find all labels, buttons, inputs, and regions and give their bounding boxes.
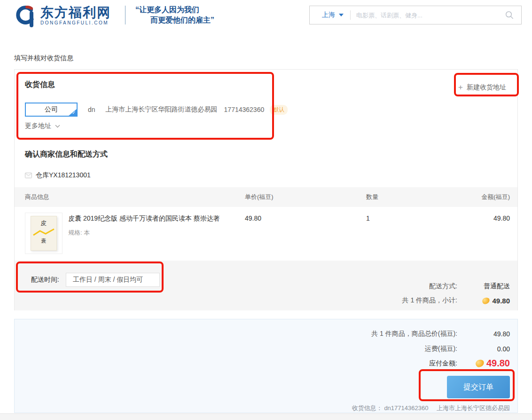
col-unit-price: 单价(福豆) [245,193,366,201]
total-row: 共 1 件商品，商品总价(福豆): 49.80 [371,330,510,338]
slogan: “让更多人因为我们 而更爱他们的雇主” [135,5,214,25]
logo-text: 东方福利网 DONGFANGFULI.COM [40,6,111,25]
new-address-button[interactable]: + 新建收货地址 [458,83,506,92]
default-badge: 默认 [270,105,288,115]
header-divider [125,6,125,24]
logo-cn: 东方福利网 [40,6,111,20]
merchant-section-title: 确认商家信息和配送方式 [25,150,108,159]
subtotal-row: 共 1 件商品，小计: 49.80 [402,296,510,305]
search-input[interactable] [356,12,501,19]
city-name: 上海 [322,11,335,19]
logo-domain: DONGFANGFULI.COM [40,20,111,25]
checkout-page: 东方福利网 DONGFANGFULI.COM “让更多人因为我们 而更爱他们的雇… [0,0,532,420]
summary-card: 共 1 件商品，商品总价(福豆): 49.80 运费(福豆): 0.00 应付金… [14,319,518,413]
warehouse-row: 仓库YX181213001 [25,171,91,180]
submit-order-button[interactable]: 提交订单 [447,376,510,398]
subtotal-value-wrap: 49.80 [457,297,510,305]
delivery-time-row: 配送时间: 工作日 / 周末 / 假日均可 [31,273,160,287]
slogan-line1: “让更多人因为我们 [135,5,214,15]
recipient-phone: 17714362360 [224,106,265,113]
footer-address: 上海市上海长宁区德必易园 [437,404,510,412]
logo-mark-icon [13,4,37,27]
city-selector[interactable]: 上海 [310,11,350,19]
address-row: 公司 dn 上海市上海长宁区华阳路街道德必易园 17714362360 默认 [25,103,288,117]
product-cell: 皮 囊 皮囊 2019纪念版 感动千万读者的国民读本 蔡崇达著 规格: 本 [25,213,245,254]
payable-value-wrap: 49.80 [457,358,510,369]
delivery-method-row: 配送方式: 普通配送 [429,282,510,291]
new-address-label: 新建收货地址 [467,83,506,92]
warehouse-name: 仓库YX181213001 [36,171,91,180]
col-quantity: 数量 [366,193,454,201]
page-title: 填写并核对收货信息 [14,54,73,63]
slogan-line2: 而更爱他们的雇主” [135,15,214,25]
search-icon[interactable] [505,11,514,19]
total-value: 49.80 [457,330,510,338]
caret-down-icon [339,14,344,16]
site-header: 东方福利网 DONGFANGFULI.COM “让更多人因为我们 而更爱他们的雇… [0,0,532,31]
payable-value: 49.80 [486,358,510,369]
footer-name-phone: dn17714362360 [384,404,428,412]
delivery-time-select[interactable]: 工作日 / 周末 / 假日均可 [66,273,160,287]
product-thumbnail[interactable]: 皮 囊 [25,213,63,254]
address-tag-company[interactable]: 公司 [25,103,78,117]
product-row: 皮 囊 皮囊 2019纪念版 感动千万读者的国民读本 蔡崇达著 规格: 本 49… [15,207,517,254]
delivery-method-value: 普通配送 [457,282,510,291]
address-text: 上海市上海长宁区华阳路街道德必易园 [106,105,218,114]
delivery-method-label: 配送方式: [429,282,457,291]
product-spec: 规格: 本 [68,229,220,237]
delivery-section: 配送时间: 工作日 / 周末 / 假日均可 配送方式: 普通配送 共 1 件商品… [15,261,517,310]
book-cover-ribbon [32,228,55,237]
book-cover: 皮 囊 [31,216,57,251]
payable-row: 应付金额: 49.80 [429,358,510,369]
recipient-name: dn [88,106,95,113]
bean-icon [482,296,491,304]
book-cover-char-bottom: 囊 [41,238,47,244]
more-address-toggle[interactable]: 更多地址 [25,122,60,130]
col-product-info: 商品信息 [25,193,245,201]
product-amount: 49.80 [454,213,510,254]
bean-icon [475,359,485,368]
warehouse-icon [25,173,32,178]
delivery-time-label: 配送时间: [31,276,59,284]
footer-label: 收货信息： [352,404,383,412]
search-box: 上海 [309,6,522,24]
search-divider [350,10,351,20]
plus-icon: + [458,83,463,92]
site-logo[interactable]: 东方福利网 DONGFANGFULI.COM [13,4,111,27]
product-quantity: 1 [366,213,454,254]
address-tag-label: 公司 [45,105,58,114]
subtotal-value: 49.80 [492,297,510,305]
more-address-label: 更多地址 [25,122,51,130]
bottom-strip [0,413,532,420]
col-amount: 金额(福豆) [454,193,510,201]
product-title[interactable]: 皮囊 2019纪念版 感动千万读者的国民读本 蔡崇达著 [68,214,220,222]
shipping-value: 0.00 [457,345,510,353]
product-meta: 皮囊 2019纪念版 感动千万读者的国民读本 蔡崇达著 规格: 本 [68,213,220,237]
shipping-row: 运费(福豆): 0.00 [425,345,510,353]
shipping-label: 运费(福豆): [425,345,457,353]
chevron-down-icon [55,125,60,128]
address-section-title: 收货信息 [25,80,55,90]
order-table-header: 商品信息 单价(福豆) 数量 金额(福豆) [15,187,517,207]
order-card: 收货信息 + 新建收货地址 公司 dn 上海市上海长宁区华阳路街道德必易园 17… [14,69,518,310]
summary-footer: 收货信息： dn17714362360 上海市上海长宁区德必易园 [352,404,510,412]
product-unit-price: 49.80 [245,213,366,254]
book-cover-char-top: 皮 [41,220,47,227]
total-label: 共 1 件商品，商品总价(福豆): [371,330,457,338]
payable-label: 应付金额: [429,359,457,368]
selected-check-icon [68,109,77,116]
subtotal-label: 共 1 件商品，小计: [402,296,457,305]
delivery-time-value: 工作日 / 周末 / 假日均可 [73,276,143,284]
